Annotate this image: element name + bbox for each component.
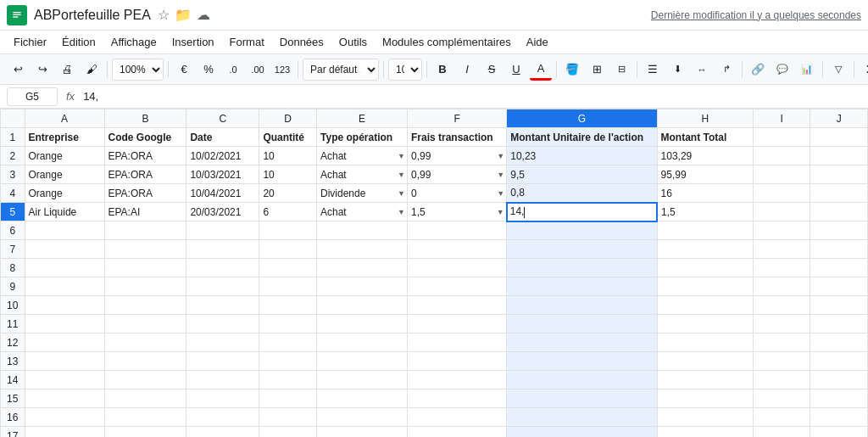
cell-10-B[interactable] <box>104 296 186 315</box>
cell-1-E[interactable]: Type opération <box>317 128 408 147</box>
cell-5-A[interactable]: Air Liquide <box>25 203 104 221</box>
row-num-10[interactable]: 10 <box>1 296 25 315</box>
function-button[interactable]: Σ <box>859 59 868 81</box>
cell-17-H[interactable] <box>657 427 754 438</box>
cell-16-G[interactable] <box>507 408 657 427</box>
cell-1-F[interactable]: Frais transaction <box>407 128 506 147</box>
cell-3-C[interactable]: 10/03/2021 <box>186 165 259 184</box>
cell-8-D[interactable] <box>259 259 317 277</box>
cell-10-E[interactable] <box>317 296 408 315</box>
cell-2-E[interactable]: Achat▼ <box>317 147 408 165</box>
underline-button[interactable]: U <box>505 59 527 81</box>
row-num-11[interactable]: 11 <box>1 315 25 333</box>
menu-item-format[interactable]: Format <box>223 33 271 51</box>
cell-15-F[interactable] <box>407 389 506 408</box>
cell-4-I[interactable] <box>754 184 810 203</box>
cell-10-I[interactable] <box>754 296 810 315</box>
cell-2-B[interactable]: EPA:ORA <box>104 147 186 165</box>
cell-reference[interactable]: G5 <box>7 87 58 106</box>
cell-15-H[interactable] <box>657 389 754 408</box>
cell-11-B[interactable] <box>104 315 186 333</box>
cell-8-C[interactable] <box>186 259 259 277</box>
cell-17-A[interactable] <box>25 427 104 438</box>
row-num-1[interactable]: 1 <box>1 128 25 147</box>
cell-16-F[interactable] <box>407 408 506 427</box>
cell-1-H[interactable]: Montant Total <box>657 128 754 147</box>
cell-15-C[interactable] <box>186 389 259 408</box>
cell-11-C[interactable] <box>186 315 259 333</box>
cell-6-A[interactable] <box>25 221 104 240</box>
cell-16-H[interactable] <box>657 408 754 427</box>
cell-4-H[interactable]: 16 <box>657 184 754 203</box>
cell-11-F[interactable] <box>407 315 506 333</box>
cell-5-B[interactable]: EPA:AI <box>104 203 186 221</box>
col-header-D[interactable]: D <box>259 109 317 128</box>
link-button[interactable]: 🔗 <box>747 59 769 81</box>
cell-17-D[interactable] <box>259 427 317 438</box>
cell-12-A[interactable] <box>25 333 104 352</box>
col-header-G[interactable]: G <box>507 109 657 128</box>
cell-14-A[interactable] <box>25 371 104 389</box>
cell-9-C[interactable] <box>186 277 259 296</box>
cell-7-E[interactable] <box>317 240 408 259</box>
dropdown-arrow[interactable]: ▼ <box>497 171 504 179</box>
cell-12-D[interactable] <box>259 333 317 352</box>
cell-10-A[interactable] <box>25 296 104 315</box>
cell-2-C[interactable]: 10/02/2021 <box>186 147 259 165</box>
cell-4-E[interactable]: Dividende▼ <box>317 184 408 203</box>
cell-14-H[interactable] <box>657 371 754 389</box>
paintformat-button[interactable]: 🖌 <box>81 59 103 81</box>
cell-11-H[interactable] <box>657 315 754 333</box>
cell-5-J[interactable] <box>810 203 868 221</box>
cell-17-F[interactable] <box>407 427 506 438</box>
row-num-4[interactable]: 4 <box>1 184 25 203</box>
cell-10-G[interactable] <box>507 296 657 315</box>
cell-7-H[interactable] <box>657 240 754 259</box>
cell-14-C[interactable] <box>186 371 259 389</box>
cell-9-J[interactable] <box>810 277 868 296</box>
cell-4-J[interactable] <box>810 184 868 203</box>
cell-16-J[interactable] <box>810 408 868 427</box>
strikethrough-button[interactable]: S <box>481 59 503 81</box>
cell-2-H[interactable]: 103,29 <box>657 147 754 165</box>
cell-17-I[interactable] <box>754 427 810 438</box>
cell-7-J[interactable] <box>810 240 868 259</box>
cell-13-A[interactable] <box>25 352 104 371</box>
cell-8-A[interactable] <box>25 259 104 277</box>
cell-6-E[interactable] <box>317 221 408 240</box>
cell-12-B[interactable] <box>104 333 186 352</box>
cell-15-G[interactable] <box>507 389 657 408</box>
col-header-J[interactable]: J <box>810 109 868 128</box>
cell-6-B[interactable] <box>104 221 186 240</box>
cell-13-J[interactable] <box>810 352 868 371</box>
cell-13-I[interactable] <box>754 352 810 371</box>
decimal-increase-button[interactable]: .00 <box>247 59 269 81</box>
cell-14-D[interactable] <box>259 371 317 389</box>
cell-5-C[interactable]: 20/03/2021 <box>186 203 259 221</box>
comment-button[interactable]: 💬 <box>771 59 793 81</box>
cell-9-I[interactable] <box>754 277 810 296</box>
cell-11-I[interactable] <box>754 315 810 333</box>
cell-9-H[interactable] <box>657 277 754 296</box>
row-num-3[interactable]: 3 <box>1 165 25 184</box>
cell-12-G[interactable] <box>507 333 657 352</box>
cell-14-F[interactable] <box>407 371 506 389</box>
cell-3-E[interactable]: Achat▼ <box>317 165 408 184</box>
cell-5-F[interactable]: 1,5▼ <box>407 203 506 221</box>
bold-button[interactable]: B <box>431 59 453 81</box>
cell-17-C[interactable] <box>186 427 259 438</box>
menu-item-outils[interactable]: Outils <box>332 33 374 51</box>
dropdown-arrow[interactable]: ▼ <box>398 189 405 198</box>
cell-6-C[interactable] <box>186 221 259 240</box>
cell-6-G[interactable] <box>507 221 657 240</box>
cell-1-A[interactable]: Entreprise <box>25 128 104 147</box>
cell-13-H[interactable] <box>657 352 754 371</box>
cell-6-I[interactable] <box>754 221 810 240</box>
cell-13-C[interactable] <box>186 352 259 371</box>
cell-17-B[interactable] <box>104 427 186 438</box>
cell-10-H[interactable] <box>657 296 754 315</box>
cell-4-F[interactable]: 0▼ <box>407 184 506 203</box>
star-icon[interactable]: ☆ <box>158 7 170 23</box>
cell-16-A[interactable] <box>25 408 104 427</box>
row-num-9[interactable]: 9 <box>1 277 25 296</box>
